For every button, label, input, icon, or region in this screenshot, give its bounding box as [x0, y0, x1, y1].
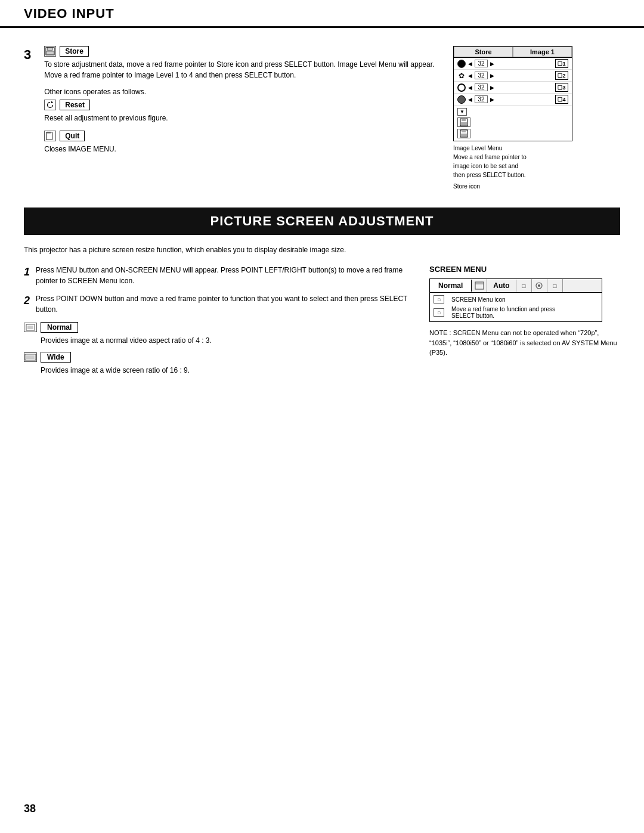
quit-desc: Closes IMAGE MENU. — [44, 144, 435, 154]
other-icons-text: Other icons operates as follows. — [44, 88, 435, 96]
step3-number: 3 — [24, 47, 31, 63]
ilm-arrow-1-right: ▶ — [490, 61, 494, 67]
ilm-arrow-4-left: ◀ — [468, 97, 472, 103]
ilm-arrow-2-right: ▶ — [490, 73, 494, 79]
ilm-arrow-3-left: ◀ — [468, 85, 472, 91]
psa-right: SCREEN MENU Normal Auto □ — [429, 265, 620, 382]
sm-icon-cell-4: □ — [547, 279, 563, 292]
ilm-circle-4 — [457, 95, 466, 104]
sm-row-2: □ Move a red frame to function and press… — [434, 306, 598, 319]
svg-rect-10 — [462, 130, 466, 132]
ilm-circle-3 — [457, 83, 466, 92]
svg-rect-8 — [461, 122, 467, 125]
step3-section: 3 Store To store adjustment data, move a… — [24, 46, 620, 190]
psa-step1-num: 1 — [24, 266, 30, 286]
normal-row: Normal — [24, 322, 411, 333]
svg-rect-4 — [47, 132, 52, 140]
note-text: NOTE : SCREEN Menu can not be operated w… — [429, 328, 620, 358]
psa-step1: 1 Press MENU button and ON-SCREEN MENU w… — [24, 265, 411, 286]
ilm-arrow-3-right: ▶ — [490, 85, 494, 91]
page-number: 38 — [24, 803, 36, 815]
psa-left: 1 Press MENU button and ON-SCREEN MENU w… — [24, 265, 411, 382]
svg-rect-13 — [27, 326, 33, 329]
sm-toolbar: Normal Auto □ — [430, 279, 602, 293]
sm-caption1: SCREEN Menu icon — [451, 296, 506, 303]
store-icon-label: Store icon — [453, 183, 620, 190]
store-icon — [44, 46, 56, 57]
sm-box-1: □ — [434, 295, 444, 304]
content-area: 3 Store To store adjustment data, move a… — [0, 46, 644, 382]
ilm-val-2: 32 — [475, 72, 488, 79]
ilm-arrow-4-right: ▶ — [490, 97, 494, 103]
svg-point-19 — [538, 284, 540, 287]
wide-row: Wide — [24, 352, 411, 363]
psa-step2: 2 Press POINT DOWN button and move a red… — [24, 293, 411, 315]
step3-left: 3 Store To store adjustment data, move a… — [24, 46, 435, 190]
ilm-arrow-2-left: ◀ — [468, 73, 472, 79]
ilm-sun-2: ✿ — [457, 72, 466, 80]
step3-right: Store Image 1 ◀ 32 ▶ ❑1 ✿ ◀ 32 ▶ ❑ — [453, 46, 620, 190]
step3-description: To store adjustment data, move a red fra… — [44, 59, 435, 80]
screen-menu-title: SCREEN MENU — [429, 265, 620, 274]
ilm-store-icon-main — [457, 129, 470, 138]
svg-rect-7 — [462, 119, 466, 121]
ilm-caption-area: Image Level MenuMove a red frame pointer… — [453, 144, 620, 190]
screen-menu-box: Normal Auto □ — [429, 278, 602, 322]
psa-step2-text: Press POINT DOWN button and move a red f… — [36, 293, 411, 315]
sm-auto: Auto — [487, 280, 516, 292]
svg-rect-1 — [48, 48, 53, 50]
reset-row: Reset — [44, 100, 435, 110]
wide-desc: Provides image at a wide screen ratio of… — [41, 365, 411, 376]
sm-icon-cell-3 — [532, 279, 547, 292]
ilm-img1: ❑1 — [555, 59, 568, 68]
wide-label: Wide — [41, 352, 71, 363]
step3-content: Store To store adjustment data, move a r… — [44, 46, 435, 162]
ilm-img3: ❑3 — [555, 83, 568, 92]
ilm-val-4: 32 — [475, 95, 488, 103]
quit-label: Quit — [60, 131, 85, 141]
ilm-nav-down: ▼ — [457, 108, 467, 116]
sm-icon-cell-1 — [472, 279, 487, 292]
psa-header: PICTURE SCREEN ADJUSTMENT — [24, 208, 620, 235]
sm-caption2: Move a red frame to function and pressSE… — [451, 306, 555, 319]
reset-desc: Reset all adjustment to previous figure. — [44, 113, 435, 123]
sm-icon-cell-2: □ — [516, 279, 532, 292]
ilm-val-1: 32 — [475, 60, 488, 67]
ilm-circle-1 — [457, 60, 466, 68]
sm-row-1: □ SCREEN Menu icon — [434, 295, 598, 304]
ilm-caption: Image Level MenuMove a red frame pointer… — [453, 144, 620, 179]
ilm-bottom: ▼ — [454, 106, 572, 141]
ilm-row-2: ✿ ◀ 32 ▶ ❑2 — [454, 70, 572, 82]
svg-rect-16 — [475, 282, 484, 289]
psa-content: 1 Press MENU button and ON-SCREEN MENU w… — [24, 265, 620, 382]
reset-label: Reset — [60, 100, 90, 110]
ilm-val-3: 32 — [475, 83, 488, 91]
ilm-store-floppy — [457, 117, 470, 127]
ilm-nav-row1: ▼ — [457, 108, 568, 116]
sm-rows: □ SCREEN Menu icon □ Move a red frame to… — [430, 293, 602, 321]
ilm-img2: ❑2 — [555, 71, 568, 80]
normal-desc: Provides image at a normal video aspect … — [41, 335, 411, 346]
normal-label: Normal — [41, 322, 78, 333]
store-icon-row: Store — [44, 46, 435, 57]
video-input-title: VIDEO INPUT — [24, 6, 620, 21]
quit-icon — [44, 131, 56, 141]
psa-title: PICTURE SCREEN ADJUSTMENT — [24, 213, 620, 229]
ilm-image-header: Image 1 — [513, 47, 572, 57]
ilm-row-3: ◀ 32 ▶ ❑3 — [454, 82, 572, 94]
sm-box-2: □ — [434, 308, 444, 317]
svg-rect-15 — [26, 355, 35, 359]
psa-step1-text: Press MENU button and ON-SCREEN MENU wil… — [36, 265, 411, 286]
svg-marker-3 — [51, 101, 54, 104]
ilm-store-header: Store — [454, 47, 513, 57]
sm-normal: Normal — [430, 280, 472, 292]
svg-rect-2 — [47, 51, 54, 54]
svg-rect-11 — [461, 134, 467, 137]
video-input-header: VIDEO INPUT — [0, 0, 644, 28]
normal-icon — [24, 323, 37, 332]
ilm-arrow-1-left: ◀ — [468, 61, 472, 67]
reset-icon — [44, 100, 56, 110]
svg-rect-5 — [47, 132, 51, 134]
image-level-menu: Store Image 1 ◀ 32 ▶ ❑1 ✿ ◀ 32 ▶ ❑ — [453, 46, 572, 141]
wide-icon — [24, 352, 37, 362]
